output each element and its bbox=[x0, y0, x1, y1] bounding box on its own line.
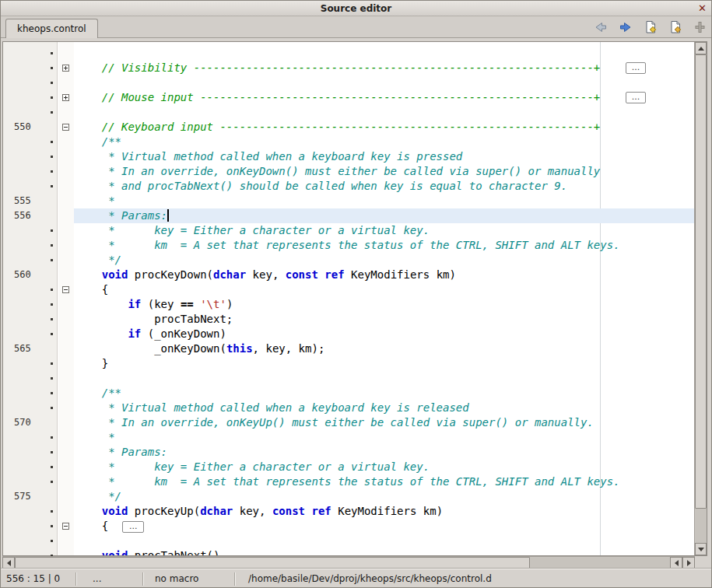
status-separator bbox=[75, 572, 76, 586]
code-token: * and procTabNext() should be called whe… bbox=[75, 180, 567, 192]
gutter-line bbox=[3, 474, 57, 489]
editor-area[interactable]: 550555556560565570575 // Visibility ----… bbox=[2, 41, 707, 556]
code-token: */ bbox=[75, 254, 121, 266]
code-line[interactable] bbox=[74, 75, 696, 90]
code-token: * key = Either a character or a virtual … bbox=[75, 460, 430, 473]
close-icon[interactable]: ✕ bbox=[698, 2, 707, 16]
tab-kheops-control[interactable]: kheops.control bbox=[5, 19, 98, 38]
code-token bbox=[75, 327, 128, 340]
code-region[interactable]: // Visibility --------------------------… bbox=[74, 42, 696, 555]
code-line[interactable]: // Keyboard input ----------------------… bbox=[74, 120, 696, 135]
code-token: // Mouse input -------------------------… bbox=[75, 91, 600, 103]
code-token: procKeyUp( bbox=[128, 505, 200, 517]
code-line[interactable]: if (key == '\t') bbox=[74, 297, 696, 312]
code-line[interactable]: /** bbox=[74, 386, 696, 401]
go-back-button[interactable] bbox=[593, 19, 609, 35]
scroll-right-button[interactable] bbox=[682, 557, 695, 569]
gutter: 550555556560565570575 bbox=[3, 42, 58, 555]
code-line[interactable]: * In an override, onKeyUp() must either … bbox=[74, 415, 696, 430]
fold-marker-icon[interactable] bbox=[62, 124, 69, 131]
code-line[interactable]: {... bbox=[74, 519, 696, 534]
status-separator bbox=[142, 572, 143, 586]
document-button-1[interactable] bbox=[643, 19, 658, 35]
document-button-2[interactable] bbox=[668, 19, 683, 35]
code-token: (_onKeyDown) bbox=[141, 327, 226, 340]
fold-marker-icon[interactable] bbox=[62, 94, 69, 101]
code-line[interactable]: * key = Either a character or a virtual … bbox=[74, 223, 696, 238]
gutter-rows: 550555556560565570575 bbox=[3, 46, 57, 563]
line-dot-icon bbox=[51, 229, 53, 232]
scroll-left-button[interactable] bbox=[2, 557, 15, 569]
code-line[interactable]: procTabNext; bbox=[74, 312, 696, 327]
code-line[interactable]: * key = Either a character or a virtual … bbox=[74, 460, 696, 474]
fold-ellipsis-button[interactable]: ... bbox=[122, 521, 144, 533]
code-line[interactable]: /** bbox=[74, 135, 696, 149]
code-line[interactable]: void procKeyUp(dchar key, const ref KeyM… bbox=[74, 504, 696, 519]
gutter-line bbox=[3, 105, 57, 120]
code-token: procKeyDown( bbox=[128, 268, 213, 281]
line-dot-icon bbox=[51, 407, 53, 409]
code-token: _onKeyDown( bbox=[75, 342, 226, 355]
code-token: void bbox=[102, 268, 128, 281]
fold-marker-icon[interactable] bbox=[62, 523, 69, 530]
detach-button[interactable] bbox=[693, 19, 708, 35]
code-token: const bbox=[272, 505, 305, 517]
code-line[interactable]: if (_onKeyDown) bbox=[74, 327, 696, 341]
code-line[interactable]: // Visibility --------------------------… bbox=[74, 61, 696, 75]
code-line[interactable]: _onKeyDown(this, key, km); bbox=[74, 341, 696, 356]
vertical-scrollbar[interactable] bbox=[694, 42, 707, 555]
line-dot-icon bbox=[51, 392, 53, 394]
code-line[interactable]: // Mouse input -------------------------… bbox=[74, 90, 696, 105]
titlebar[interactable]: Source editor ✕ bbox=[1, 1, 711, 16]
code-line[interactable]: * and procTabNext() should be called whe… bbox=[74, 179, 696, 194]
text-caret bbox=[167, 209, 169, 222]
code-line[interactable] bbox=[74, 46, 696, 61]
line-dot-icon bbox=[51, 510, 53, 513]
fold-ellipsis-button[interactable]: ... bbox=[626, 92, 646, 103]
vertical-scroll-thumb[interactable] bbox=[695, 54, 707, 509]
code-line[interactable]: * Params: bbox=[74, 208, 696, 223]
horizontal-scrollbar[interactable] bbox=[2, 556, 695, 569]
fold-marker-icon[interactable] bbox=[62, 65, 69, 72]
code-line[interactable]: } bbox=[74, 356, 696, 371]
line-number: 555 bbox=[14, 194, 31, 208]
line-dot-icon bbox=[51, 451, 53, 453]
scroll-left-button-2[interactable] bbox=[670, 557, 682, 569]
line-dot-icon bbox=[51, 303, 53, 306]
code-line[interactable]: * Virtual method called when a keyboard … bbox=[74, 149, 696, 164]
code-line[interactable]: * In an override, onKeyDown() must eithe… bbox=[74, 164, 696, 179]
line-dot-icon bbox=[51, 67, 53, 69]
code-line[interactable]: void procKeyDown(dchar key, const ref Ke… bbox=[74, 268, 696, 282]
code-line[interactable]: * Virtual method called when a keyboard … bbox=[74, 401, 696, 415]
line-dot-icon bbox=[51, 436, 53, 439]
code-line[interactable]: * bbox=[74, 430, 696, 445]
line-number: 570 bbox=[14, 415, 31, 430]
code-line[interactable] bbox=[74, 371, 696, 386]
code-line[interactable]: */ bbox=[74, 489, 696, 504]
code-line[interactable]: * bbox=[74, 194, 696, 208]
code-line[interactable]: { bbox=[74, 282, 696, 297]
code-line[interactable] bbox=[74, 105, 696, 120]
code-token: void bbox=[102, 505, 128, 517]
code-line[interactable]: */ bbox=[74, 253, 696, 268]
code-line[interactable]: * Params: bbox=[74, 445, 696, 460]
code-rows: // Visibility --------------------------… bbox=[74, 46, 696, 555]
go-forward-button[interactable] bbox=[618, 19, 633, 35]
code-line[interactable]: * km = A set that represents the status … bbox=[74, 474, 696, 489]
document-pencil-icon bbox=[668, 20, 682, 34]
gutter-line bbox=[3, 519, 57, 534]
fold-marker-icon[interactable] bbox=[62, 286, 69, 293]
code-line[interactable]: * km = A set that represents the status … bbox=[74, 238, 696, 253]
code-token: dchar bbox=[213, 268, 246, 281]
code-line[interactable]: void procTabNext() bbox=[74, 548, 696, 555]
line-dot-icon bbox=[51, 259, 53, 261]
code-token: * Virtual method called when a keyboard … bbox=[75, 401, 469, 414]
fold-ellipsis-button[interactable]: ... bbox=[626, 62, 646, 74]
code-line[interactable] bbox=[74, 534, 696, 548]
code-token: const bbox=[286, 268, 318, 281]
line-dot-icon bbox=[51, 333, 53, 335]
horizontal-scroll-thumb[interactable] bbox=[15, 557, 530, 569]
scroll-down-button[interactable] bbox=[695, 543, 707, 555]
scroll-up-button[interactable] bbox=[695, 42, 707, 54]
line-dot-icon bbox=[51, 52, 53, 54]
